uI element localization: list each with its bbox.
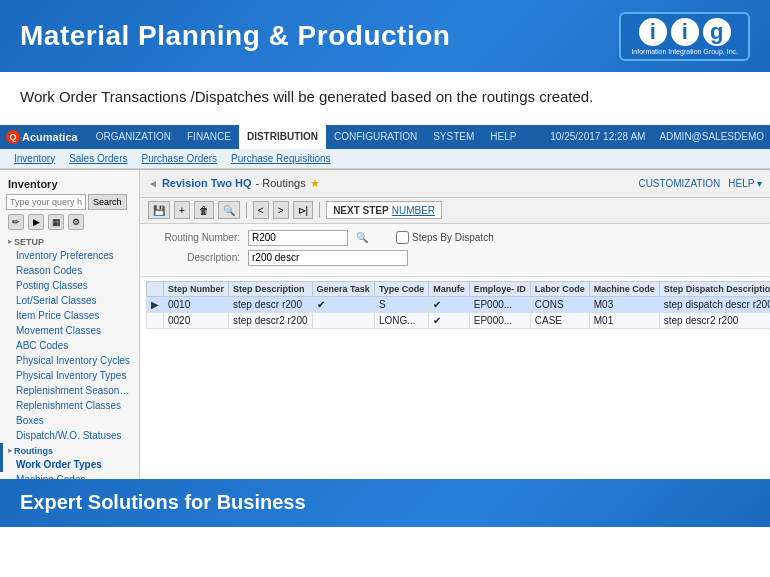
- breadcrumb-title: Revision Two HQ: [162, 177, 252, 189]
- logo-tagline: Information Integration Group, Inc.: [631, 48, 738, 55]
- col-machine-code[interactable]: Machine Code: [589, 281, 659, 296]
- footer-text: Expert Solutions for Business: [20, 491, 306, 514]
- toolbar-right: CUSTOMIZATION HELP ▾: [638, 178, 762, 189]
- sidebar-item-physical-inventory-cycles[interactable]: Physical Inventory Cycles: [0, 353, 139, 368]
- search-button[interactable]: Search: [88, 194, 127, 210]
- sidebar-icon-play[interactable]: ▶: [28, 214, 44, 230]
- search-toolbar-button[interactable]: 🔍: [218, 201, 240, 219]
- form-area: Routing Number: 🔍 Steps By Dispatch Desc…: [140, 224, 770, 277]
- machine-code: M01: [589, 312, 659, 328]
- sidebar-item-reason-codes[interactable]: Reason Codes: [0, 263, 139, 278]
- table-row[interactable]: ▶0010step descr r200✔S✔EP000...CONSM03st…: [147, 296, 771, 312]
- sidebar-item-replenishment-seasonality[interactable]: Replenishment Seasonality: [0, 383, 139, 398]
- search-input[interactable]: [6, 194, 86, 210]
- col-type-code[interactable]: Type Code: [374, 281, 428, 296]
- sub-nav-sales-orders[interactable]: Sales Orders: [63, 153, 133, 164]
- col-indicator: [147, 281, 164, 296]
- sidebar-search: Search: [0, 192, 139, 212]
- row-arrow: [147, 312, 164, 328]
- machine-code: M03: [589, 296, 659, 312]
- nav-help[interactable]: HELP: [482, 125, 524, 149]
- sidebar-item-dispatch-wo-statuses[interactable]: Dispatch/W.O. Statuses: [0, 428, 139, 443]
- sub-nav-purchase-orders[interactable]: Purchase Orders: [136, 153, 224, 164]
- employee-id: EP000...: [469, 296, 530, 312]
- customization-link[interactable]: CUSTOMIZATION: [638, 178, 720, 189]
- description-input[interactable]: [248, 250, 408, 266]
- sub-nav-inventory[interactable]: Inventory: [8, 153, 61, 164]
- logo-i2: i: [671, 18, 699, 46]
- company-logo: i i g Information Integration Group, Inc…: [619, 12, 750, 61]
- sidebar-item-item-price-classes[interactable]: Item Price Classes: [0, 308, 139, 323]
- type-code: S: [374, 296, 428, 312]
- col-step-description[interactable]: Step Description: [229, 281, 313, 296]
- sidebar-icon-settings[interactable]: ⚙: [68, 214, 84, 230]
- step-num: 0020: [164, 312, 229, 328]
- next-step-button[interactable]: NEXT STEP NUMBER: [326, 201, 442, 219]
- steps-by-dispatch-label: Steps By Dispatch: [412, 232, 494, 243]
- sidebar-item-posting-classes[interactable]: Posting Classes: [0, 278, 139, 293]
- action-toolbar: 💾 + 🗑 🔍 < > ⊳| NEXT STEP NUMBER: [140, 198, 770, 224]
- help-link[interactable]: HELP ▾: [728, 178, 762, 189]
- sidebar-section-setup: SETUP: [0, 234, 139, 248]
- back-arrow[interactable]: ◄: [148, 178, 158, 189]
- sidebar-section-routings: Routings: [0, 443, 139, 457]
- grid-container: Step Number Step Description Genera Task…: [140, 277, 770, 333]
- sidebar-icons: ✏ ▶ ▦ ⚙: [0, 212, 139, 232]
- save-button[interactable]: 💾: [148, 201, 170, 219]
- description-text: Work Order Transactions /Dispatches will…: [20, 86, 750, 109]
- sidebar-item-machine-codes[interactable]: Machine Codes: [0, 472, 139, 479]
- col-step-dispatch-desc[interactable]: Step Dispatch Description: [659, 281, 770, 296]
- page-header: Material Planning & Production i i g Inf…: [0, 0, 770, 72]
- sidebar-item-movement-classes[interactable]: Movement Classes: [0, 323, 139, 338]
- breadcrumb-toolbar: ◄ Revision Two HQ - Routings ★ CUSTOMIZA…: [140, 170, 770, 198]
- nav-user: ADMIN@SALESDEMO: [659, 131, 764, 142]
- delete-button[interactable]: 🗑: [194, 201, 214, 219]
- add-button[interactable]: +: [174, 201, 190, 219]
- routing-lookup-icon[interactable]: 🔍: [356, 232, 368, 243]
- manufe: ✔: [429, 312, 470, 328]
- genera-task: ✔: [312, 296, 374, 312]
- type-code: LONG...: [374, 312, 428, 328]
- col-genera-task[interactable]: Genera Task: [312, 281, 374, 296]
- logo-g: g: [703, 18, 731, 46]
- toolbar-separator2: [319, 202, 320, 218]
- routings-grid: Step Number Step Description Genera Task…: [146, 281, 770, 329]
- logo-i1: i: [639, 18, 667, 46]
- routing-number-input[interactable]: [248, 230, 348, 246]
- sidebar-item-work-order-types[interactable]: Work Order Types: [0, 457, 139, 472]
- nav-organization[interactable]: ORGANIZATION: [88, 125, 179, 149]
- sidebar-item-lot-serial-classes[interactable]: Lot/Serial Classes: [0, 293, 139, 308]
- last-button[interactable]: ⊳|: [293, 201, 314, 219]
- col-labor-code[interactable]: Labor Code: [530, 281, 589, 296]
- col-manufe[interactable]: Manufe: [429, 281, 470, 296]
- col-employee-id[interactable]: Employe- ID: [469, 281, 530, 296]
- sidebar-item-inventory-preferences[interactable]: Inventory Preferences: [0, 248, 139, 263]
- steps-by-dispatch-checkbox[interactable]: [396, 231, 409, 244]
- sidebar-item-boxes[interactable]: Boxes: [0, 413, 139, 428]
- sidebar-item-replenishment-classes[interactable]: Replenishment Classes: [0, 398, 139, 413]
- breadcrumb-subtitle: - Routings: [256, 177, 306, 189]
- nav-system[interactable]: SYSTEM: [425, 125, 482, 149]
- table-row[interactable]: 0020step descr2 r200LONG...✔EP000...CASE…: [147, 312, 771, 328]
- acumatica-logo: Q Acumatica: [6, 130, 78, 144]
- sidebar-icon-edit[interactable]: ✏: [8, 214, 24, 230]
- sidebar-item-physical-inventory-types[interactable]: Physical Inventory Types: [0, 368, 139, 383]
- nav-finance[interactable]: FINANCE: [179, 125, 239, 149]
- labor-code: CONS: [530, 296, 589, 312]
- next-button[interactable]: >: [273, 201, 289, 219]
- q-icon: Q: [6, 130, 20, 144]
- favorite-star-icon[interactable]: ★: [310, 177, 320, 190]
- main-content: ◄ Revision Two HQ - Routings ★ CUSTOMIZA…: [140, 170, 770, 479]
- nav-distribution[interactable]: DISTRIBUTION: [239, 125, 326, 149]
- step-desc: step descr2 r200: [229, 312, 313, 328]
- sidebar-item-abc-codes[interactable]: ABC Codes: [0, 338, 139, 353]
- next-step-label: NEXT STEP: [333, 205, 389, 216]
- description-label: Description:: [150, 252, 240, 263]
- col-step-number[interactable]: Step Number: [164, 281, 229, 296]
- top-nav: Q Acumatica ORGANIZATION FINANCE DISTRIB…: [0, 125, 770, 149]
- breadcrumb-area: ◄ Revision Two HQ - Routings ★: [148, 177, 320, 190]
- prev-button[interactable]: <: [253, 201, 269, 219]
- sidebar-icon-grid[interactable]: ▦: [48, 214, 64, 230]
- sub-nav-purchase-requisitions[interactable]: Purchase Requisitions: [225, 153, 337, 164]
- nav-configuration[interactable]: CONFIGURATION: [326, 125, 425, 149]
